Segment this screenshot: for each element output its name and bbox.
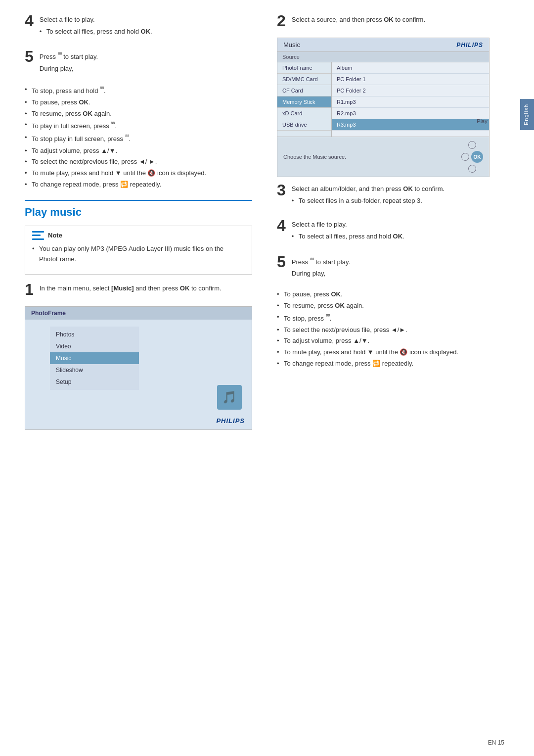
step-5-during: During play, (40, 64, 252, 74)
step-4-right-number: 4 (277, 220, 286, 234)
circle-bottom (468, 165, 476, 173)
ok-circle[interactable]: OK (471, 151, 483, 163)
step-5-right-bullet-4: To select the next/previous file, press … (277, 325, 509, 335)
step-5-number: 5 (25, 50, 34, 64)
source-memory-stick: Memory Stick (277, 96, 331, 108)
step-4-content: Select a file to play. To select all fil… (40, 15, 252, 42)
source-bar: Source (277, 52, 489, 62)
step-5-right-bullet-5: To adjust volume, press ▲/▼. (277, 336, 509, 346)
step-5-bullet-7: To select the next/previous file, press … (25, 157, 252, 167)
step-1-number: 1 (25, 284, 34, 297)
step-3: 3 Select an album/folder, and then press… (277, 184, 509, 211)
note-box: Note You can play only MP3 (MPEG Audio L… (25, 226, 252, 275)
album-item-r1: R1.mp3 (332, 96, 489, 108)
screen-header: PhotoFrame (25, 307, 252, 320)
step-4-right-text: Select a file to play. (292, 220, 509, 230)
album-item-pcf2: PC Folder 2 (332, 85, 489, 96)
step-5-bullet-5: To stop play in full screen, press ⁸⁸. (25, 133, 252, 144)
ok-button-area: OK Play (461, 140, 483, 174)
note-bullet-1: You can play only MP3 (MPEG Audio Layer … (32, 244, 245, 265)
album-item-album: Album (332, 62, 489, 74)
step-5-bullet-9: To change repeat mode, press 🔁 repeatedl… (25, 180, 252, 190)
step-5-text: Press ⁸⁸ to start play. (40, 50, 252, 62)
source-list: PhotoFrame SD/MMC Card CF Card Memory St… (277, 62, 332, 137)
philips-logo-screen: PHILIPS (216, 417, 245, 425)
album-list: Album PC Folder 1 PC Folder 2 R1.mp3 R2.… (332, 62, 489, 137)
step-4-right-bullet-1: To select all files, press and hold OK. (292, 232, 509, 242)
step-4-text: Select a file to play. (40, 15, 252, 25)
right-column: 2 Select a source, and then press OK to … (267, 15, 509, 741)
step-5-bullet-3: To resume, press OK again. (25, 109, 252, 119)
music-screen-header: Music PHILIPS (277, 38, 489, 52)
step-5-right-bullet-3: To stop, press ⁸⁸. (277, 312, 509, 324)
note-title: Note (48, 232, 62, 239)
step-4-right-bullets: To select all files, press and hold OK. (292, 232, 509, 242)
main-menu-screen: PhotoFrame Photos Video Music Slideshow … (25, 306, 252, 430)
step-3-text: Select an album/folder, and then press O… (292, 184, 509, 194)
step-5-right-bullet-6: To mute play, press and hold ▼ until the… (277, 347, 509, 358)
step-5-bullet-2: To pause, press OK. (25, 97, 252, 108)
step-5-bullet-6: To adjust volume, press ▲/▼. (25, 146, 252, 156)
step-3-number: 3 (277, 184, 286, 198)
music-icon-box: 🎵 (217, 385, 242, 410)
step-5-bullet-1: To stop, press and hold ⁸⁸. (25, 85, 252, 96)
step-2-number: 2 (277, 15, 286, 29)
note-content: You can play only MP3 (MPEG Audio Layer … (32, 244, 245, 265)
source-sdmmc: SD/MMC Card (277, 74, 331, 85)
step-2-text: Select a source, and then press OK to co… (292, 15, 509, 25)
menu-item-photos: Photos (50, 329, 139, 340)
note-icon (32, 231, 44, 240)
source-photoframe: PhotoFrame (277, 62, 331, 74)
page: English 4 Select a file to play. To sele… (0, 0, 534, 756)
music-source-screen: Music PHILIPS Source PhotoFrame SD/MMC C… (277, 38, 490, 177)
step-4-number: 4 (25, 15, 34, 29)
step-5-top: 5 Press ⁸⁸ to start play. During play, (25, 50, 252, 75)
music-screen-title: Music (283, 41, 300, 48)
step-5-right-bullets: To pause, press OK. To resume, press OK … (277, 289, 509, 369)
circle-top (468, 141, 476, 149)
side-tab-label: English (523, 104, 529, 125)
step-3-bullets: To select files in a sub-folder, repeat … (292, 196, 509, 206)
left-column: 4 Select a file to play. To select all f… (25, 15, 267, 741)
step-2: 2 Select a source, and then press OK to … (277, 15, 509, 29)
step-1: 1 In the main menu, select [Music] and t… (25, 284, 252, 297)
footer-choose-text: Choose the Music source. (283, 154, 346, 160)
step-5-bullet-8: To mute play, press and hold ▼ until the… (25, 168, 252, 179)
page-footer: EN 15 (488, 739, 504, 746)
step-3-content: Select an album/folder, and then press O… (292, 184, 509, 211)
step-5-right-bullet-1: To pause, press OK. (277, 289, 509, 300)
step-4-bullets: To select all files, press and hold OK. (40, 27, 252, 37)
step-5-right-during: During play, (292, 269, 509, 279)
music-screen-body: PhotoFrame SD/MMC Card CF Card Memory St… (277, 62, 489, 137)
menu-item-slideshow: Slideshow (50, 364, 139, 376)
step-5-right-bullet-2: To resume, press OK again. (277, 301, 509, 311)
menu-item-setup: Setup (50, 376, 139, 388)
album-item-r2: R2.mp3 (332, 108, 489, 119)
step-5-right-number: 5 (277, 256, 286, 270)
step-5-bullets: To stop, press and hold ⁸⁸. To pause, pr… (25, 85, 252, 190)
menu-item-music: Music (50, 352, 139, 364)
step-5-right-bullet-7: To change repeat mode, press 🔁 repeatedl… (277, 359, 509, 369)
menu-list: Photos Video Music Slideshow Setup (50, 327, 139, 390)
philips-logo-music: PHILIPS (456, 42, 483, 48)
step-5-right: 5 Press ⁸⁸ to start play. During play, (277, 256, 509, 281)
source-xd: xD Card (277, 108, 331, 119)
step-4-bullet-1: To select all files, press and hold OK. (40, 27, 252, 37)
note-header: Note (32, 231, 245, 240)
step-5-bullet-4: To play in full screen, press ⁸⁸. (25, 120, 252, 132)
step-2-content: Select a source, and then press OK to co… (292, 15, 509, 27)
step-5-content: Press ⁸⁸ to start play. During play, (40, 50, 252, 75)
album-item-pcf1: PC Folder 1 (332, 74, 489, 85)
menu-item-video: Video (50, 340, 139, 352)
step-4-top: 4 Select a file to play. To select all f… (25, 15, 252, 42)
step-5-right-content: Press ⁸⁸ to start play. During play, (292, 256, 509, 281)
step-4-right-content: Select a file to play. To select all fil… (292, 220, 509, 246)
album-item-r3: R3.mp3 (332, 119, 489, 131)
step-3-bullet-1: To select files in a sub-folder, repeat … (292, 196, 509, 206)
music-screen-footer: Choose the Music source. OK Play (277, 137, 489, 177)
main-content: 4 Select a file to play. To select all f… (0, 0, 534, 756)
step-5-right-text: Press ⁸⁸ to start play. (292, 256, 509, 267)
step-4-right: 4 Select a file to play. To select all f… (277, 220, 509, 246)
play-label: Play (477, 118, 487, 124)
source-usb: USB drive (277, 119, 331, 131)
